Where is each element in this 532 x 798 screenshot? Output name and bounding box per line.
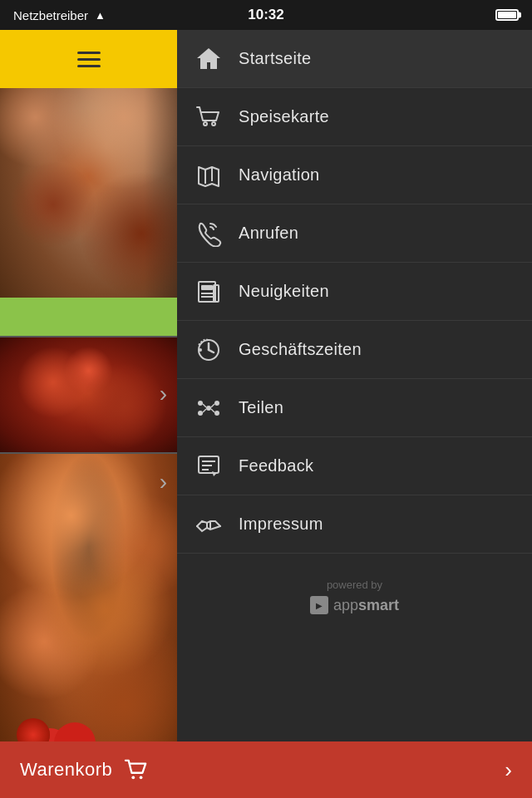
bottom-bar[interactable]: Warenkorb › [0,741,532,798]
app-container: › › Startseite [0,30,532,798]
status-bar: Netzbetreiber ▲ 10:32 [0,0,532,30]
svg-point-11 [206,406,211,411]
share-icon [194,393,224,423]
svg-point-10 [199,348,202,352]
menu-label-feedback: Feedback [239,456,313,475]
svg-line-19 [211,409,214,412]
chevron-2[interactable]: › [160,469,167,495]
svg-point-13 [198,411,203,416]
feedback-icon [194,451,224,481]
menu-label-impressum: Impressum [239,515,323,534]
svg-line-16 [203,404,206,407]
appsmart-logo-icon [310,596,328,614]
svg-point-24 [132,776,135,779]
left-header [0,30,177,88]
green-strip [0,298,177,336]
menu-item-geschaeftszeiten[interactable]: Geschäftszeiten [177,321,532,379]
powered-by-section: powered by appsmart [177,554,532,741]
menu-item-neuigkeiten[interactable]: Neuigkeiten [177,263,532,321]
bottom-chevron: › [505,757,512,783]
warenkorb-content: Warenkorb [20,759,149,781]
battery-indicator [495,9,519,21]
hamburger-button[interactable] [77,52,101,67]
chevron-1[interactable]: › [160,381,167,407]
newspaper-icon [194,277,224,307]
menu-item-navigation[interactable]: Navigation [177,146,532,204]
menu-item-speisekarte[interactable]: Speisekarte [177,88,532,146]
time-label: 10:32 [248,7,283,23]
menu-label-neuigkeiten: Neuigkeiten [239,282,329,301]
svg-line-17 [203,409,206,412]
svg-point-15 [214,411,219,416]
warenkorb-label: Warenkorb [20,759,112,781]
food-image-3: › [0,452,177,741]
svg-line-9 [209,350,214,352]
svg-point-14 [214,401,219,406]
divider-2 [0,452,177,454]
menu-label-navigation: Navigation [239,165,320,185]
svg-point-12 [198,401,203,406]
food-image-2: › [0,336,177,452]
svg-point-25 [140,776,143,779]
menu-item-startseite[interactable]: Startseite [177,30,532,88]
menu-item-feedback[interactable]: Feedback [177,437,532,495]
right-menu: Startseite Speisekarte [177,30,532,741]
divider-1 [0,336,177,337]
left-panel: › › [0,30,177,741]
menu-label-teilen: Teilen [239,398,283,417]
menu-item-anrufen[interactable]: Anrufen [177,204,532,263]
menu-label-anrufen: Anrufen [239,224,298,243]
menu-item-teilen[interactable]: Teilen [177,379,532,437]
content-area: › › Startseite [0,30,532,741]
phone-icon [194,219,224,249]
menu-label-speisekarte: Speisekarte [239,107,329,126]
svg-rect-3 [201,285,213,290]
appsmart-logo: appsmart [310,596,399,614]
warenkorb-cart-icon [124,759,149,781]
carrier-label: Netzbetreiber ▲ [13,8,106,22]
powered-by-label: powered by [327,579,382,591]
menu-item-impressum[interactable]: Impressum [177,495,532,554]
menu-label-startseite: Startseite [239,49,311,68]
svg-line-18 [211,404,214,407]
appsmart-text: appsmart [333,597,399,614]
map-icon [194,160,224,190]
menu-label-geschaeftszeiten: Geschäftszeiten [239,340,362,359]
home-icon [194,44,224,74]
handshake-icon [194,510,224,539]
clock-icon [194,335,224,365]
cart-icon [194,102,224,132]
